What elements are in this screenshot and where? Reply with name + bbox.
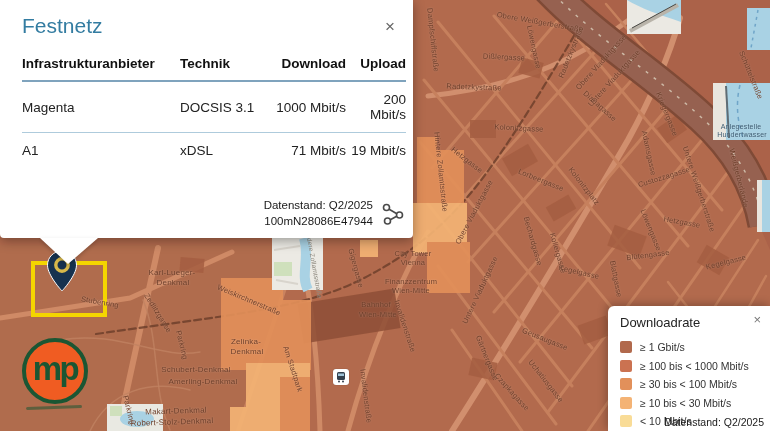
col-technik: Technik <box>180 48 272 81</box>
broadband-atlas-app: Karl-Lueger-DenkmalZelinka-DenkmalSchube… <box>0 0 770 431</box>
provider-technik: DOCSIS 3.1 <box>180 81 272 133</box>
legend-item-label: ≥ 1 Gbit/s <box>640 341 685 353</box>
downloadrate-legend: Downloadrate × ≥ 1 Gbit/s ≥ 100 bis < 10… <box>608 306 770 431</box>
provider-upload: 19 Mbit/s <box>346 133 406 169</box>
logo-text: mp <box>33 350 78 388</box>
provider-technik: xDSL <box>180 133 272 169</box>
table-row: Magenta DOCSIS 3.1 1000 Mbit/s 200 Mbit/… <box>22 81 406 133</box>
mp-logo: mp <box>22 338 88 404</box>
legend-swatch <box>620 341 632 353</box>
provider-name: Magenta <box>22 81 180 133</box>
legend-title: Downloadrate <box>620 315 700 330</box>
popup-title: Festnetz <box>22 14 103 38</box>
transit-stop-icon <box>333 369 349 385</box>
legend-swatch <box>620 378 632 390</box>
col-infrastrukturanbieter: Infrastrukturanbieter <box>22 48 180 81</box>
share-button[interactable] <box>381 202 405 226</box>
legend-swatch <box>620 397 632 409</box>
legend-item: ≥ 1 Gbit/s <box>620 338 770 357</box>
provider-upload: 200 Mbit/s <box>346 81 406 133</box>
datenstand-text: Datenstand: Q2/2025 <box>264 197 373 213</box>
legend-swatch <box>620 360 632 372</box>
legend-item: ≥ 10 bis < 30 Mbit/s <box>620 394 770 413</box>
provider-download: 1000 Mbit/s <box>272 81 346 133</box>
popup-callout-arrow <box>40 238 98 264</box>
legend-item: ≥ 100 bis < 1000 Mbit/s <box>620 357 770 376</box>
close-icon[interactable]: × <box>383 16 397 37</box>
legend-swatch <box>620 415 632 427</box>
grid-reference: 100mN28086E47944 <box>264 213 373 229</box>
col-upload: Upload <box>346 48 406 81</box>
legend-datenstand: Datenstand: Q2/2025 <box>664 416 764 428</box>
table-header-row: Infrastrukturanbieter Technik Download U… <box>22 48 406 81</box>
legend-item: ≥ 30 bis < 100 Mbit/s <box>620 375 770 394</box>
bus-icon <box>335 371 347 383</box>
share-icon <box>381 202 405 226</box>
festnetz-popup: Festnetz × Infrastrukturanbieter Technik… <box>0 0 413 238</box>
col-download: Download <box>272 48 346 81</box>
legend-item-label: ≥ 100 bis < 1000 Mbit/s <box>640 360 749 372</box>
close-icon[interactable]: × <box>751 311 763 328</box>
provider-download: 71 Mbit/s <box>272 133 346 169</box>
provider-table: Infrastrukturanbieter Technik Download U… <box>22 48 406 168</box>
data-status: Datenstand: Q2/2025 100mN28086E47944 <box>264 197 373 229</box>
legend-item-label: ≥ 30 bis < 100 Mbit/s <box>640 378 737 390</box>
table-row: A1 xDSL 71 Mbit/s 19 Mbit/s <box>22 133 406 169</box>
provider-name: A1 <box>22 133 180 169</box>
legend-item-label: ≥ 10 bis < 30 Mbit/s <box>640 397 731 409</box>
